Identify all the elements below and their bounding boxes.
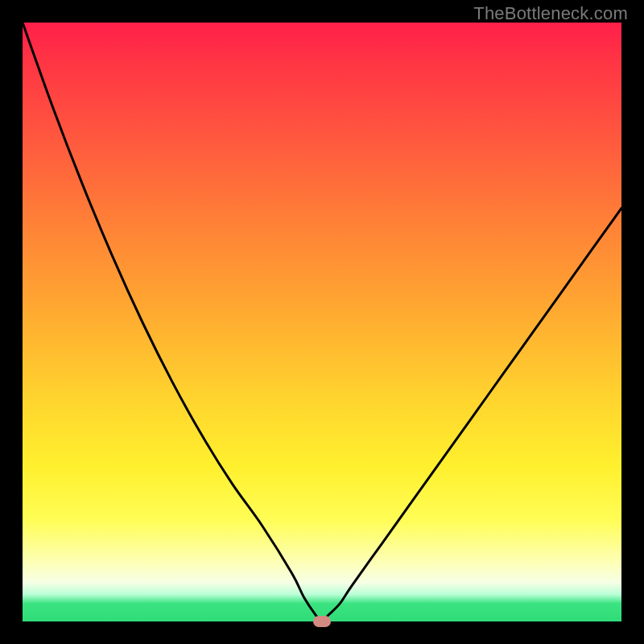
chart-frame: TheBottleneck.com	[0, 0, 644, 644]
plot-area	[23, 23, 621, 621]
minimum-marker	[313, 616, 331, 627]
bottleneck-curve	[23, 23, 621, 621]
watermark-text: TheBottleneck.com	[473, 3, 628, 24]
